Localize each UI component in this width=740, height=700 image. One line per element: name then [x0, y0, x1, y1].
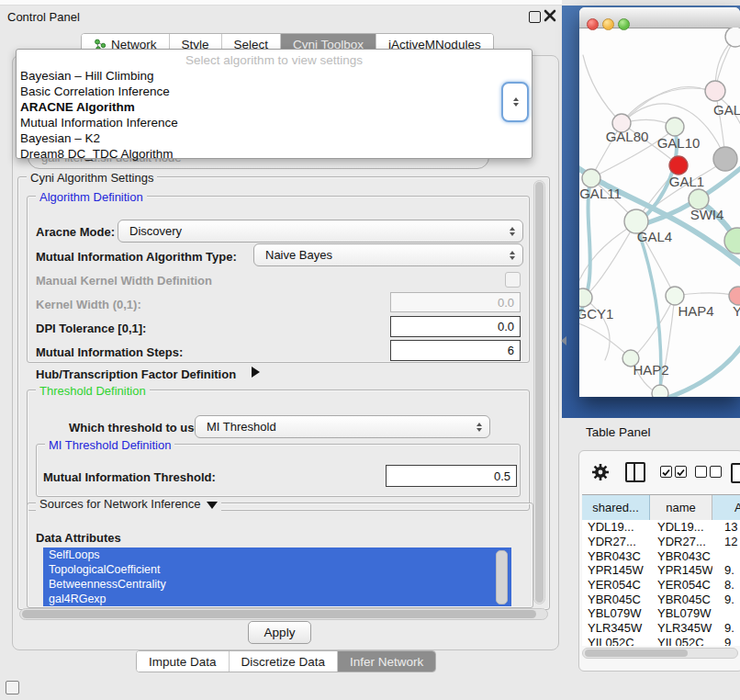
network-node-label: SWI4 — [690, 207, 724, 222]
network-node[interactable] — [582, 169, 600, 187]
network-node-label: GAL2 — [713, 102, 740, 118]
column-header-partial[interactable]: A — [712, 495, 740, 520]
tab-infer-network[interactable]: Infer Network — [338, 651, 435, 672]
deselect-all-columns-icon[interactable] — [695, 466, 722, 478]
network-node-label: GAL11 — [579, 186, 622, 201]
mi-threshold-label: Mutual Information Threshold: — [43, 470, 216, 484]
dropdown-item-selected[interactable]: ARACNE Algorithm — [20, 99, 528, 115]
table-row[interactable]: YBR045CYBR045C9. — [582, 592, 740, 606]
table-cell: YDR27... — [650, 535, 712, 548]
network-node[interactable] — [669, 156, 688, 175]
network-node-label: HAP4 — [678, 303, 713, 319]
settings-group-title: Cyni Algorithm Settings — [27, 171, 157, 185]
tab-impute-data[interactable]: Impute Data — [137, 651, 230, 672]
network-node[interactable] — [705, 81, 725, 101]
list-item[interactable]: TopologicalCoefficient — [43, 562, 511, 577]
network-node[interactable] — [579, 288, 592, 307]
table-row[interactable]: YER054CYER054C8. — [582, 578, 740, 593]
select-all-columns-icon[interactable] — [660, 466, 687, 478]
table-cell: YPR145W — [582, 563, 650, 577]
mi-steps-field[interactable]: 6 — [390, 340, 521, 361]
settings-vertical-scrollbar[interactable] — [533, 180, 545, 604]
network-node[interactable] — [652, 385, 668, 397]
table-row[interactable]: YDL19...YDL19...13 — [582, 520, 740, 535]
dropdown-item[interactable]: Bayesian – K2 — [20, 130, 528, 146]
splitter-collapse-icon[interactable] — [561, 336, 566, 345]
sources-group-title[interactable]: Sources for Network Inference — [36, 497, 221, 511]
mi-algorithm-type-select[interactable]: Naive Bayes — [253, 243, 523, 266]
table-cell: YDL19... — [582, 520, 650, 534]
table-cell: YBR045C — [650, 593, 712, 606]
dpi-tolerance-field[interactable]: 0.0 — [390, 316, 521, 337]
stepper-icon — [510, 227, 515, 236]
settings-horizontal-scrollbar[interactable] — [19, 608, 548, 620]
kernel-width-label: Kernel Width (0,1): — [36, 298, 141, 311]
close-panel-icon[interactable] — [544, 9, 556, 22]
table-cell: YER054C — [582, 578, 650, 592]
table-cell: 9. — [712, 621, 740, 635]
data-attributes-list[interactable]: SelfLoops TopologicalCoefficient Between… — [43, 548, 511, 606]
table-horizontal-scrollbar[interactable] — [582, 648, 738, 659]
table-row[interactable]: YPR145WYPR145W9. — [582, 563, 740, 578]
network-window-titlebar[interactable] — [579, 7, 740, 28]
table-cell: YBL079W — [650, 606, 712, 620]
list-item[interactable]: SelfLoops — [43, 548, 511, 562]
expand-arrow-icon[interactable] — [252, 367, 260, 378]
dropdown-item[interactable]: Bayesian – Hill Climbing — [20, 68, 528, 84]
aracne-mode-label: Aracne Mode: — [36, 225, 115, 239]
app-root: Control Panel Network Style Select Cyni … — [0, 0, 740, 700]
split-columns-icon[interactable] — [625, 462, 645, 482]
float-panel-icon[interactable] — [529, 11, 541, 23]
network-node-label: HAP2 — [633, 362, 668, 378]
new-table-icon[interactable] — [731, 463, 740, 483]
table-row[interactable]: YDR27...YDR27...12 — [582, 535, 740, 549]
table-row[interactable]: YIL052CYIL052C9 — [582, 636, 740, 647]
manual-kernel-width-checkbox[interactable] — [505, 272, 521, 288]
network-node[interactable] — [666, 287, 684, 305]
dropdown-item[interactable]: Dream8 DC_TDC Algorithm — [20, 146, 528, 162]
network-node[interactable] — [666, 118, 684, 136]
algorithm-definition-title: Algorithm Definition — [36, 190, 147, 204]
which-threshold-label: Which threshold to use: — [69, 421, 205, 435]
table-cell: 13 — [712, 520, 740, 534]
gear-icon[interactable] — [590, 462, 611, 482]
tab-discretize-data[interactable]: Discretize Data — [230, 651, 339, 672]
network-edges: GAL2GAL80GAL10GAL1GAL11SWI4GAL4GCY1HAP4Y… — [579, 28, 740, 397]
data-attributes-label: Data Attributes — [36, 531, 121, 545]
table-cell: YBL079W — [582, 606, 650, 620]
network-node-label: GCY1 — [579, 306, 613, 322]
column-header-name[interactable]: name — [650, 495, 712, 520]
mi-threshold-group-title: MI Threshold Definition — [45, 438, 174, 452]
dropdown-item[interactable]: Mutual Information Inference — [20, 115, 528, 130]
mi-threshold-field[interactable]: 0.5 — [386, 465, 517, 487]
panel-top-strip — [0, 0, 562, 6]
kernel-width-field[interactable]: 0.0 — [390, 292, 521, 312]
table-panel-title: Table Panel — [586, 425, 651, 439]
algorithm-combo-stepper[interactable] — [501, 82, 529, 122]
list-item[interactable]: gal4RGexp — [43, 592, 511, 606]
column-header-shared-name[interactable]: shared... — [582, 495, 650, 520]
aracne-mode-select[interactable]: Discovery — [118, 220, 523, 243]
dropdown-placeholder: Select algorithm to view settings — [17, 53, 532, 67]
hub-definition-label[interactable]: Hub/Transcription Factor Definition — [36, 367, 236, 381]
list-item[interactable]: BetweennessCentrality — [43, 577, 511, 592]
network-node[interactable] — [713, 147, 737, 171]
network-node-label: GAL80 — [606, 129, 649, 144]
network-canvas[interactable]: GAL2GAL80GAL10GAL1GAL11SWI4GAL4GCY1HAP4Y… — [579, 28, 740, 397]
network-node[interactable] — [729, 287, 740, 305]
network-view-window[interactable]: GAL2GAL80GAL10GAL1GAL11SWI4GAL4GCY1HAP4Y… — [579, 7, 740, 397]
stepper-icon — [513, 97, 519, 107]
threshold-definition-title: Threshold Definition — [36, 384, 150, 398]
network-node[interactable] — [725, 28, 740, 47]
dock-panel-icon[interactable] — [6, 681, 19, 694]
attributes-scrollbar[interactable] — [496, 550, 508, 604]
dropdown-item[interactable]: Basic Correlation Inference — [20, 84, 528, 99]
table-row[interactable]: YBR043CYBR043C — [582, 548, 740, 563]
table-cell: YBR045C — [582, 593, 650, 606]
network-node-label: GAL10 — [657, 135, 701, 151]
table-row[interactable]: YBL079WYBL079W — [582, 606, 740, 621]
which-threshold-select[interactable]: MI Threshold — [195, 415, 490, 438]
algorithm-dropdown-popup: Select algorithm to view settings Bayesi… — [16, 49, 533, 159]
apply-button[interactable]: Apply — [248, 621, 311, 644]
table-row[interactable]: YLR345WYLR345W9. — [582, 621, 740, 636]
